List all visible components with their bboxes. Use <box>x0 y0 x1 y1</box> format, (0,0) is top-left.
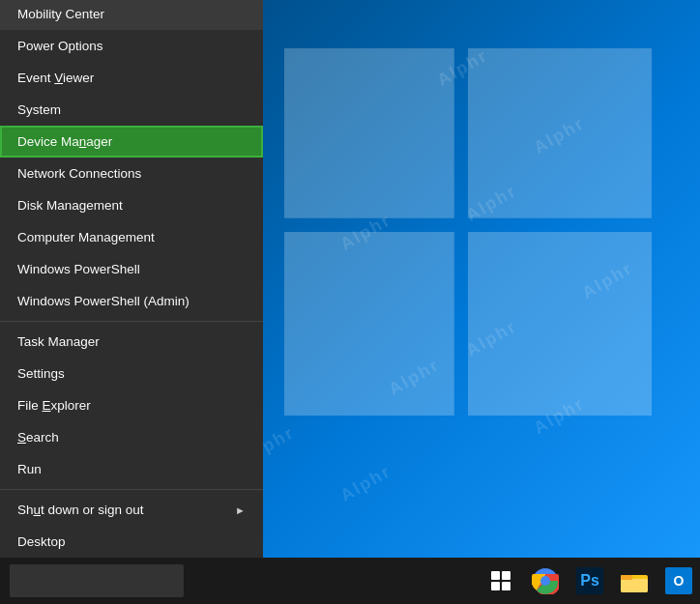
svg-marker-3 <box>468 232 652 416</box>
menu-item-desktop[interactable]: Desktop <box>0 526 263 558</box>
taskbar: Ps O <box>0 558 700 604</box>
menu-item-task-manager-label: Task Manager <box>17 334 100 349</box>
menu-item-settings-label: Settings <box>17 366 65 381</box>
chrome-button[interactable] <box>524 558 567 604</box>
photoshop-button[interactable]: Ps <box>569 558 611 604</box>
menu-item-windows-powershell-label: Windows PowerShell <box>17 262 140 276</box>
file-explorer-icon <box>621 569 648 592</box>
menu-item-search[interactable]: Search <box>0 421 263 453</box>
outlook-button[interactable]: O <box>657 558 700 604</box>
outlook-icon: O <box>665 567 692 594</box>
svg-marker-2 <box>284 232 454 416</box>
task-view-button[interactable] <box>480 558 522 604</box>
menu-item-shut-down[interactable]: Shut down or sign out ► <box>0 494 263 526</box>
svg-rect-4 <box>491 571 500 580</box>
menu-item-disk-management[interactable]: Disk Management <box>0 189 263 221</box>
menu-item-file-explorer-label: File Explorer <box>17 398 91 413</box>
svg-rect-13 <box>621 575 632 580</box>
menu-item-windows-powershell-admin-label: Windows PowerShell (Admin) <box>17 294 190 308</box>
separator-1 <box>0 321 263 322</box>
menu-item-settings[interactable]: Settings <box>0 358 263 389</box>
menu-item-event-viewer-label: Event Viewer <box>17 71 94 85</box>
taskbar-right-icons: Ps O <box>480 558 700 604</box>
menu-item-device-manager-label: Device Manager <box>17 134 112 149</box>
menu-item-power-options[interactable]: Power Options <box>0 30 263 62</box>
menu-item-task-manager[interactable]: Task Manager <box>0 326 263 358</box>
menu-item-device-manager[interactable]: Device Manager <box>0 126 263 158</box>
menu-item-disk-management-label: Disk Management <box>17 198 123 213</box>
menu-item-computer-management-label: Computer Management <box>17 230 155 244</box>
svg-rect-12 <box>621 579 648 592</box>
menu-item-mobility-center[interactable]: Mobility Center <box>0 0 263 30</box>
context-menu: Apps and Features Mobility Center Power … <box>0 0 263 558</box>
menu-item-event-viewer[interactable]: Event Viewer <box>0 62 263 94</box>
file-explorer-button[interactable] <box>613 558 656 604</box>
taskbar-search-bar[interactable] <box>10 564 184 597</box>
windows-logo <box>284 48 652 416</box>
chevron-right-icon: ► <box>235 504 246 516</box>
separator-2 <box>0 489 263 490</box>
svg-rect-7 <box>502 582 510 590</box>
svg-marker-1 <box>468 48 652 218</box>
svg-marker-0 <box>284 48 454 218</box>
menu-item-network-connections-label: Network Connections <box>17 166 141 181</box>
menu-item-search-label: Search <box>17 430 59 445</box>
photoshop-icon: Ps <box>576 567 603 594</box>
menu-item-system[interactable]: System <box>0 94 263 126</box>
menu-item-network-connections[interactable]: Network Connections <box>0 158 263 189</box>
svg-point-10 <box>540 576 550 586</box>
menu-item-shut-down-label: Shut down or sign out <box>17 503 144 517</box>
menu-item-desktop-label: Desktop <box>17 534 66 549</box>
menu-item-file-explorer[interactable]: File Explorer <box>0 389 263 421</box>
menu-item-run[interactable]: Run <box>0 453 263 485</box>
menu-item-windows-powershell[interactable]: Windows PowerShell <box>0 253 263 285</box>
menu-item-windows-powershell-admin[interactable]: Windows PowerShell (Admin) <box>0 285 263 317</box>
task-view-icon <box>490 570 511 591</box>
svg-rect-5 <box>502 571 510 580</box>
menu-item-mobility-center-label: Mobility Center <box>17 7 104 21</box>
menu-item-run-label: Run <box>17 462 42 476</box>
menu-item-computer-management[interactable]: Computer Management <box>0 221 263 253</box>
svg-rect-6 <box>491 582 500 590</box>
menu-item-power-options-label: Power Options <box>17 39 103 53</box>
chrome-icon <box>532 567 559 594</box>
menu-item-system-label: System <box>17 102 61 117</box>
